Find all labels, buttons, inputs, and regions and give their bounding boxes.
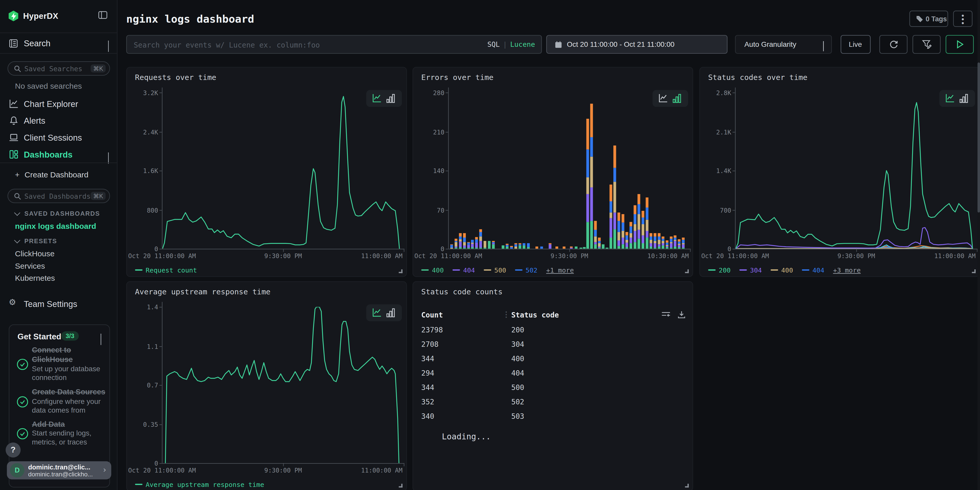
legend-item[interactable]: 404	[452, 266, 475, 274]
bar-segment-400	[519, 245, 521, 248]
bar-segment-503	[479, 229, 482, 232]
y-axis-tick-label: 0	[413, 245, 444, 253]
resize-handle[interactable]	[399, 269, 402, 273]
lucene-toggle[interactable]: Lucene	[510, 41, 535, 49]
download-icon[interactable]	[678, 310, 686, 319]
bar-segment-503	[682, 237, 685, 240]
bar-segment-404	[678, 245, 681, 247]
help-button[interactable]: ?	[6, 442, 21, 457]
hyperdx-logo-icon	[8, 11, 19, 21]
sidebar-item-alerts[interactable]: Alerts	[0, 115, 117, 129]
legend-item[interactable]: Average upstream response time	[135, 481, 264, 488]
bar-segment-500	[654, 241, 656, 243]
legend-item[interactable]: 400	[770, 266, 793, 274]
bar-segment-503	[506, 244, 509, 245]
legend-swatch	[135, 484, 142, 485]
resize-handle[interactable]	[685, 484, 689, 488]
legend-swatch	[770, 269, 778, 271]
bar-segment-400	[609, 237, 612, 249]
table-row[interactable]: 2708304	[422, 340, 686, 355]
user-account-button[interactable]: D dominic.tran@clic... dominic.tran@clic…	[7, 461, 111, 479]
sidebar-item-kubernetes[interactable]: Kubernetes	[15, 274, 55, 283]
table-row[interactable]: 344500	[422, 383, 686, 398]
legend-more-link[interactable]: +3 more	[833, 266, 861, 274]
y-axis-tick-label: 800	[127, 207, 158, 213]
resize-handle[interactable]	[399, 484, 402, 488]
bar-segment-500	[662, 241, 665, 243]
granularity-dropdown[interactable]: Auto Granularity	[735, 35, 832, 54]
scrollbar-thumb[interactable]	[977, 62, 980, 212]
search-section-icon	[9, 39, 18, 48]
bar-segment-502	[519, 244, 521, 245]
drag-handle-icon[interactable]: ⋮	[503, 310, 510, 319]
legend-item[interactable]: Request count	[135, 266, 197, 274]
legend-more-link[interactable]: +1 more	[546, 266, 574, 274]
table-row[interactable]: 352502	[422, 398, 686, 412]
bar-segment-503	[450, 244, 453, 245]
sidebar-item-chart-explorer[interactable]: Chart Explorer	[0, 97, 117, 112]
bar-segment-400	[654, 248, 656, 248]
bar-segment-500	[459, 239, 462, 242]
y-axis-tick-label: 0	[127, 245, 158, 253]
cell-count: 2708	[422, 340, 439, 349]
sidebar-item-client-sessions[interactable]: Client Sessions	[0, 131, 117, 146]
legend-swatch	[422, 269, 429, 271]
legend-item[interactable]: 200	[708, 266, 730, 274]
bar-segment-503	[519, 243, 521, 244]
chevron-up-icon[interactable]	[100, 334, 101, 345]
bar-segment-400	[594, 244, 597, 248]
legend-item[interactable]: 304	[739, 266, 762, 274]
cell-status-code: 400	[511, 354, 525, 363]
filter-button[interactable]	[912, 35, 940, 54]
sidebar-item-services[interactable]: Services	[15, 262, 45, 271]
group-header-saved-dashboards[interactable]: SAVED DASHBOARDS	[15, 210, 100, 217]
wrap-lines-icon[interactable]	[661, 310, 670, 319]
legend-item[interactable]: 400	[422, 266, 444, 274]
saved-dashboards-input[interactable]: Saved Dashboards ⌘K	[8, 189, 110, 203]
create-dashboard-button[interactable]: +Create Dashboard	[15, 171, 88, 180]
live-button[interactable]: Live	[841, 35, 871, 54]
bar-segment-500	[638, 214, 640, 230]
sidebar-section-search[interactable]: Search	[0, 32, 117, 54]
date-range-picker[interactable]: Oct 20 11:00:00 - Oct 21 11:00:00	[546, 35, 727, 54]
panel-menu-button[interactable]: •••	[953, 11, 972, 27]
hyperdx-app: HyperDX Search Saved Searches ⌘K No save…	[0, 0, 980, 490]
run-query-button[interactable]	[945, 35, 974, 54]
table-row[interactable]: 344400	[422, 354, 686, 369]
bar-segment-502	[475, 239, 478, 243]
sidebar-collapse-icon[interactable]	[98, 11, 107, 19]
legend-item[interactable]: 502	[515, 266, 537, 274]
bar-segment-404	[682, 244, 685, 248]
resize-handle[interactable]	[972, 269, 976, 273]
saved-searches-input[interactable]: Saved Searches ⌘K	[8, 61, 110, 76]
event-search-input[interactable]: Search your events w/ Lucene ex. column:…	[126, 35, 542, 54]
sql-toggle[interactable]: SQL	[487, 41, 500, 49]
sidebar-item-nginx-logs-dashboard[interactable]: nginx logs dashboard	[15, 222, 96, 231]
axis-tick	[732, 249, 735, 249]
sidebar: HyperDX Search Saved Searches ⌘K No save…	[0, 0, 118, 490]
bar-segment-503	[492, 241, 495, 242]
group-header-presets[interactable]: PRESETS	[15, 237, 57, 245]
axis-tick	[283, 463, 283, 466]
y-axis-tick-label: 2.8K	[700, 89, 732, 96]
sidebar-item-dashboards[interactable]: Dashboards	[0, 148, 117, 163]
y-axis-tick-label: 1.4	[127, 304, 158, 311]
axis-tick	[732, 171, 735, 171]
table-row[interactable]: 340503	[422, 412, 686, 426]
tags-button[interactable]: 0 Tags	[909, 11, 948, 27]
sidebar-item-clickhouse[interactable]: ClickHouse	[15, 249, 54, 258]
legend-item[interactable]: 404	[802, 266, 824, 274]
query-language-switch[interactable]: SQL|Lucene	[487, 41, 535, 49]
legend-item[interactable]: 500	[484, 266, 506, 274]
bar-segment-502	[630, 226, 632, 233]
refresh-button[interactable]	[880, 35, 907, 54]
resize-handle[interactable]	[685, 269, 689, 273]
sidebar-item-team-settings[interactable]: ⚙ Team Settings	[0, 298, 117, 312]
table-row[interactable]: 294404	[422, 369, 686, 383]
column-header-status-code[interactable]: Status code	[511, 310, 559, 319]
scrollbar[interactable]	[977, 0, 980, 490]
axis-tick	[404, 249, 404, 252]
chevron-down-icon	[14, 210, 20, 216]
column-header-count[interactable]: Count	[422, 310, 443, 319]
table-row[interactable]: 23798200	[422, 326, 686, 340]
